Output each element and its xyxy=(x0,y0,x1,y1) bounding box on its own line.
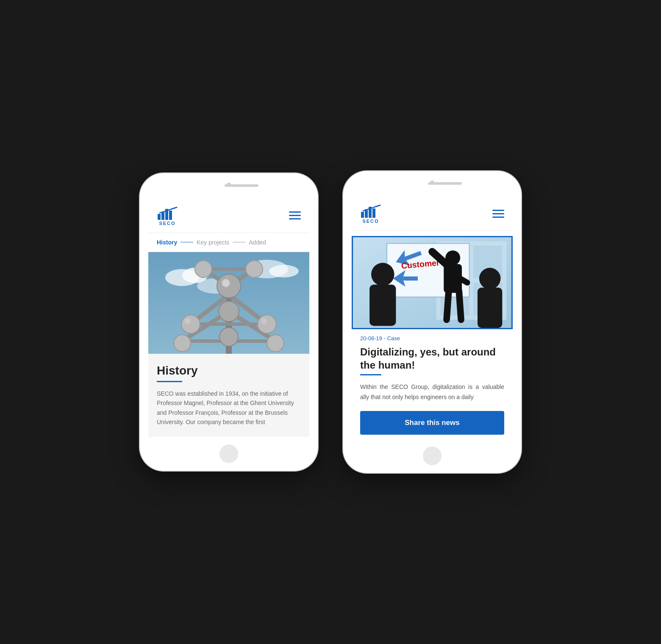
title-underline-1 xyxy=(157,381,182,382)
svg-rect-0 xyxy=(158,214,161,220)
nav-tab-history[interactable]: History xyxy=(157,239,177,246)
article-meta: 20-08-19 - Case xyxy=(352,334,513,342)
hamburger-line xyxy=(289,218,301,219)
logo-1: SECO xyxy=(157,205,178,226)
phone-2: SECO xyxy=(343,171,521,473)
svg-point-30 xyxy=(195,261,212,278)
content-area-1: History SECO was established in 1934, on… xyxy=(148,354,309,437)
phone-1-home-btn[interactable] xyxy=(219,444,238,463)
svg-point-25 xyxy=(219,328,238,346)
svg-rect-35 xyxy=(361,212,364,218)
share-button[interactable]: Share this news xyxy=(360,411,504,435)
hamburger-menu-2[interactable] xyxy=(492,210,504,218)
svg-point-34 xyxy=(261,318,267,324)
svg-line-40 xyxy=(375,205,380,207)
svg-point-59 xyxy=(479,268,501,289)
phone-1-screen: SECO History Key projects Added xyxy=(148,199,309,437)
hamburger-line xyxy=(492,213,504,214)
svg-rect-60 xyxy=(478,288,502,328)
svg-line-56 xyxy=(459,291,461,319)
svg-point-31 xyxy=(246,261,263,278)
nav-tab-added[interactable]: Added xyxy=(249,239,266,246)
page-body-1: SECO was established in 1934, on the ini… xyxy=(157,389,301,427)
phone-1: SECO History Key projects Added xyxy=(140,173,318,471)
article-title-underline xyxy=(360,374,381,375)
svg-line-55 xyxy=(447,291,449,319)
logo-2: SECO xyxy=(360,203,381,224)
page-title-1: History xyxy=(157,364,301,378)
svg-rect-38 xyxy=(372,208,375,218)
svg-point-10 xyxy=(269,265,299,278)
svg-point-24 xyxy=(219,301,239,322)
hamburger-line xyxy=(492,210,504,211)
article-meta-text: 20-08-19 - Case xyxy=(360,335,400,341)
nav-tabs-1: History Key projects Added xyxy=(148,233,309,252)
hero-image-1 xyxy=(148,252,309,354)
hamburger-line xyxy=(492,217,504,218)
article-image: Customer xyxy=(352,236,513,329)
svg-point-26 xyxy=(181,315,200,333)
article-body: Within the SECO Group, digitalization is… xyxy=(352,382,513,402)
svg-rect-3 xyxy=(169,211,172,220)
phone-2-screen: SECO xyxy=(352,197,513,439)
hamburger-line xyxy=(289,215,301,216)
svg-point-33 xyxy=(185,318,191,324)
logo-text-1: SECO xyxy=(159,221,175,226)
phone-2-home-btn[interactable] xyxy=(423,447,442,465)
hamburger-menu-1[interactable] xyxy=(289,211,301,219)
nav-divider-2 xyxy=(233,242,245,242)
svg-point-29 xyxy=(267,335,284,352)
svg-point-57 xyxy=(371,263,394,286)
logo-text-2: SECO xyxy=(362,219,379,224)
svg-point-27 xyxy=(258,315,276,333)
nav-divider-1 xyxy=(181,242,193,242)
svg-line-5 xyxy=(172,207,177,209)
app-header-1: SECO xyxy=(148,199,309,233)
article-illustration: Customer xyxy=(353,237,511,328)
app-header-2: SECO xyxy=(352,197,513,231)
seco-logo-icon-2 xyxy=(360,203,381,219)
seco-logo-icon-1 xyxy=(157,205,178,221)
scene: SECO History Key projects Added xyxy=(123,154,538,490)
svg-point-28 xyxy=(174,335,191,352)
atomium-svg xyxy=(148,252,309,354)
nav-tab-key-projects[interactable]: Key projects xyxy=(197,239,229,246)
svg-rect-58 xyxy=(369,285,396,326)
article-title: Digitalizing, yes, but around the human! xyxy=(352,345,513,372)
svg-point-32 xyxy=(222,280,229,286)
hamburger-line xyxy=(289,211,301,213)
